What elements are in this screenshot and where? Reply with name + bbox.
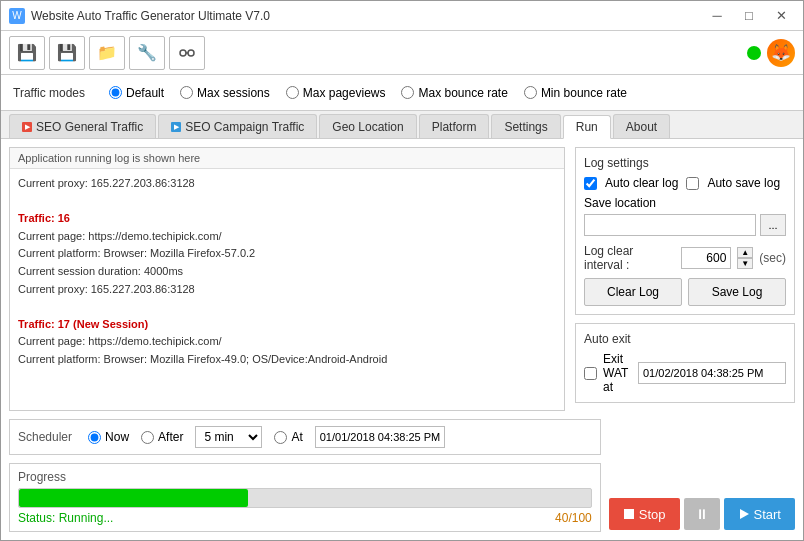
tab-seo-campaign[interactable]: SEO Campaign Traffic <box>158 114 317 138</box>
progress-bar-fill <box>19 489 248 507</box>
content-area: Application running log is shown here Cu… <box>9 147 795 411</box>
maximize-button[interactable]: □ <box>735 6 763 26</box>
log-line-1 <box>18 193 556 211</box>
minimize-button[interactable]: ─ <box>703 6 731 26</box>
clear-log-button[interactable]: Clear Log <box>584 278 682 306</box>
tab-about-label: About <box>626 120 657 134</box>
traffic-modes-label: Traffic modes <box>13 86 85 100</box>
scheduler-box: Scheduler Now After 5 min 10 min 15 min … <box>9 419 601 455</box>
log-line-10: Current platform: Browser: Mozilla Firef… <box>18 351 556 369</box>
auto-exit-title: Auto exit <box>584 332 786 346</box>
interval-unit: (sec) <box>759 251 786 265</box>
stop-label: Stop <box>639 507 666 522</box>
progress-header: Progress <box>18 470 592 484</box>
browse-button[interactable]: ... <box>760 214 786 236</box>
status-dot <box>747 46 761 60</box>
close-button[interactable]: ✕ <box>767 6 795 26</box>
control-buttons: Stop ⏸ Start <box>609 498 795 532</box>
interval-label: Log clear interval : <box>584 244 675 272</box>
scheduler-at-datetime[interactable] <box>315 426 445 448</box>
window-controls: ─ □ ✕ <box>703 6 795 26</box>
traffic-mode-default-label: Default <box>126 86 164 100</box>
log-line-3: Current page: https://demo.techipick.com… <box>18 228 556 246</box>
tab-run[interactable]: Run <box>563 115 611 139</box>
spinner-buttons: ▲ ▼ <box>737 247 753 269</box>
scheduler-now-label: Now <box>105 430 129 444</box>
log-line-7 <box>18 298 556 316</box>
traffic-mode-min-bounce-label: Min bounce rate <box>541 86 627 100</box>
save-location-label: Save location <box>584 196 786 210</box>
tab-seo-campaign-label: SEO Campaign Traffic <box>185 120 304 134</box>
fox-icon: 🦊 <box>767 39 795 67</box>
auto-save-label[interactable]: Auto save log <box>707 176 780 190</box>
save-location-input[interactable] <box>584 214 756 236</box>
main-content: Application running log is shown here Cu… <box>1 139 803 540</box>
scheduler-after-select[interactable]: 5 min 10 min 15 min 30 min <box>195 426 262 448</box>
exit-datetime-input[interactable] <box>638 362 786 384</box>
log-line-5: Current session duration: 4000ms <box>18 263 556 281</box>
traffic-mode-min-bounce[interactable]: Min bounce rate <box>524 86 627 100</box>
stop-button[interactable]: Stop <box>609 498 680 530</box>
tab-platform-label: Platform <box>432 120 477 134</box>
svg-rect-3 <box>624 509 634 519</box>
auto-save-checkbox[interactable] <box>686 177 699 190</box>
tab-geo-location[interactable]: Geo Location <box>319 114 416 138</box>
exit-checkbox[interactable] <box>584 367 597 380</box>
progress-bar-background <box>18 488 592 508</box>
save2-button[interactable]: 💾 <box>49 36 85 70</box>
scheduler-after-radio[interactable]: After <box>141 430 183 444</box>
exit-label[interactable]: Exit WAT at <box>603 352 632 394</box>
scheduler-at-radio[interactable]: At <box>274 430 302 444</box>
status-icons: 🦊 <box>747 39 795 67</box>
log-line-0: Current proxy: 165.227.203.86:3128 <box>18 175 556 193</box>
log-line-6: Current proxy: 165.227.203.86:3128 <box>18 281 556 299</box>
save-button[interactable]: 💾 <box>9 36 45 70</box>
scheduler-at-label: At <box>291 430 302 444</box>
log-line-8: Traffic: 17 (New Session) <box>18 316 556 334</box>
scheduler-label: Scheduler <box>18 430 72 444</box>
window-title: Website Auto Traffic Generator Ultimate … <box>31 9 703 23</box>
tab-seo-general-label: SEO General Traffic <box>36 120 143 134</box>
traffic-mode-pageviews[interactable]: Max pageviews <box>286 86 386 100</box>
tab-seo-general[interactable]: SEO General Traffic <box>9 114 156 138</box>
open-button[interactable]: 📁 <box>89 36 125 70</box>
traffic-mode-default[interactable]: Default <box>109 86 164 100</box>
log-settings-panel: Log settings Auto clear log Auto save lo… <box>575 147 795 315</box>
title-bar: W Website Auto Traffic Generator Ultimat… <box>1 1 803 31</box>
tab-settings[interactable]: Settings <box>491 114 560 138</box>
log-content[interactable]: Current proxy: 165.227.203.86:3128 Traff… <box>10 169 564 410</box>
interval-up-button[interactable]: ▲ <box>737 247 753 258</box>
settings-button[interactable]: 🔧 <box>129 36 165 70</box>
progress-count: 40/100 <box>555 511 592 525</box>
auto-clear-checkbox[interactable] <box>584 177 597 190</box>
scheduler-after-label: After <box>158 430 183 444</box>
traffic-mode-sessions-label: Max sessions <box>197 86 270 100</box>
start-button[interactable]: Start <box>724 498 795 530</box>
auto-exit-panel: Auto exit Exit WAT at <box>575 323 795 403</box>
tab-geo-location-label: Geo Location <box>332 120 403 134</box>
log-header: Application running log is shown here <box>10 148 564 169</box>
tab-play-icon-seo-general <box>22 122 32 132</box>
traffic-mode-max-bounce[interactable]: Max bounce rate <box>401 86 507 100</box>
tab-about[interactable]: About <box>613 114 670 138</box>
interval-row: Log clear interval : ▲ ▼ (sec) <box>584 244 786 272</box>
connect-button[interactable] <box>169 36 205 70</box>
save-log-button[interactable]: Save Log <box>688 278 786 306</box>
status-text: Status: Running... <box>18 511 113 525</box>
svg-point-1 <box>188 50 194 56</box>
auto-clear-row: Auto clear log Auto save log <box>584 176 786 190</box>
interval-down-button[interactable]: ▼ <box>737 258 753 269</box>
bottom-row: Scheduler Now After 5 min 10 min 15 min … <box>9 419 795 532</box>
interval-input[interactable] <box>681 247 731 269</box>
auto-clear-label[interactable]: Auto clear log <box>605 176 678 190</box>
pause-icon: ⏸ <box>695 506 709 522</box>
progress-area: Scheduler Now After 5 min 10 min 15 min … <box>9 419 601 532</box>
progress-label: Progress <box>18 470 66 484</box>
tab-platform[interactable]: Platform <box>419 114 490 138</box>
tab-run-label: Run <box>576 120 598 134</box>
log-section: Application running log is shown here Cu… <box>9 147 565 411</box>
scheduler-now-radio[interactable]: Now <box>88 430 129 444</box>
pause-button[interactable]: ⏸ <box>684 498 720 530</box>
traffic-mode-sessions[interactable]: Max sessions <box>180 86 270 100</box>
log-settings-title: Log settings <box>584 156 786 170</box>
